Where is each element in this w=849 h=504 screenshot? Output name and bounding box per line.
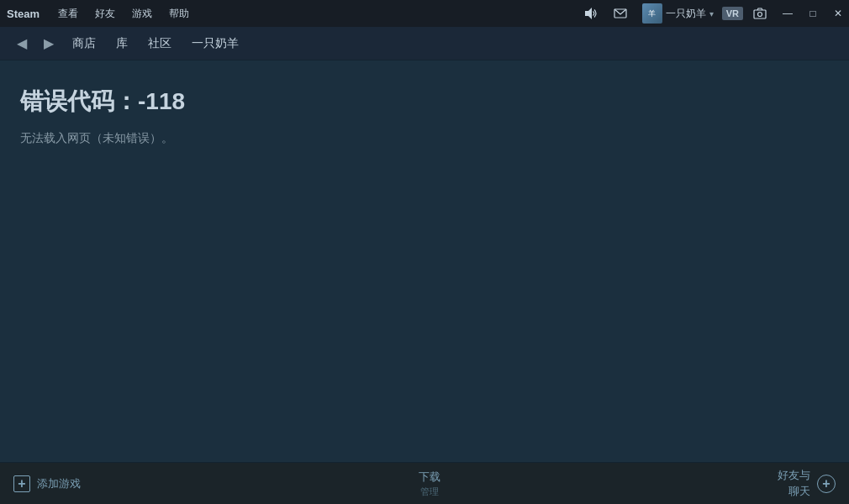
add-game-icon: + [13,475,30,492]
add-game-label: 添加游戏 [37,476,81,491]
close-button[interactable]: ✕ [827,0,849,27]
svg-marker-0 [585,8,592,19]
screenshot-icon[interactable] [746,0,773,27]
menu-view[interactable]: 查看 [50,0,87,27]
user-section[interactable]: 羊 一只奶羊 ▾ [637,3,719,24]
vr-badge[interactable]: VR [722,7,743,20]
titlebar-right: 羊 一只奶羊 ▾ VR — □ ✕ [577,0,849,27]
title-bar: Steam 查看 好友 游戏 帮助 羊 一只奶羊 ▾ [0,0,849,27]
nav-store[interactable]: 商店 [64,33,104,55]
friends-chat-section[interactable]: 好友与 聊天 + [778,468,836,499]
chevron-down-icon: ▾ [709,9,714,18]
back-button[interactable]: ◀ [10,32,34,55]
svg-rect-2 [754,10,766,18]
svg-point-3 [758,13,762,17]
bottombar: + 添加游戏 下载 管理 好友与 聊天 + [0,462,849,504]
menu-games[interactable]: 游戏 [124,0,161,27]
menu-friends[interactable]: 好友 [87,0,124,27]
titlebar-left: Steam 查看 好友 游戏 帮助 [7,0,198,27]
manage-label: 管理 [420,486,439,498]
error-description: 无法载入网页（未知错误）。 [20,131,829,146]
maximize-button[interactable]: □ [802,0,824,27]
avatar: 羊 [642,3,662,24]
menu-help[interactable]: 帮助 [161,0,198,27]
mail-icon[interactable] [607,0,634,27]
nav-community[interactable]: 社区 [140,33,180,55]
user-name: 一只奶羊 [666,7,706,21]
minimize-button[interactable]: — [777,0,799,27]
forward-button[interactable]: ▶ [37,32,61,55]
error-title: 错误代码：-118 [20,86,829,118]
add-friend-icon[interactable]: + [817,475,836,493]
downloads-section[interactable]: 下载 管理 [419,470,440,498]
nav-username[interactable]: 一只奶羊 [183,33,247,55]
add-game-section[interactable]: + 添加游戏 [13,475,81,492]
downloads-label: 下载 [419,470,440,485]
navbar: ◀ ▶ 商店 库 社区 一只奶羊 [0,27,849,60]
nav-library[interactable]: 库 [108,33,136,55]
speaker-icon[interactable] [577,0,604,27]
steam-logo: Steam [7,8,40,20]
main-content: 错误代码：-118 无法载入网页（未知错误）。 [0,60,849,462]
friends-chat-label: 好友与 聊天 [778,468,810,499]
